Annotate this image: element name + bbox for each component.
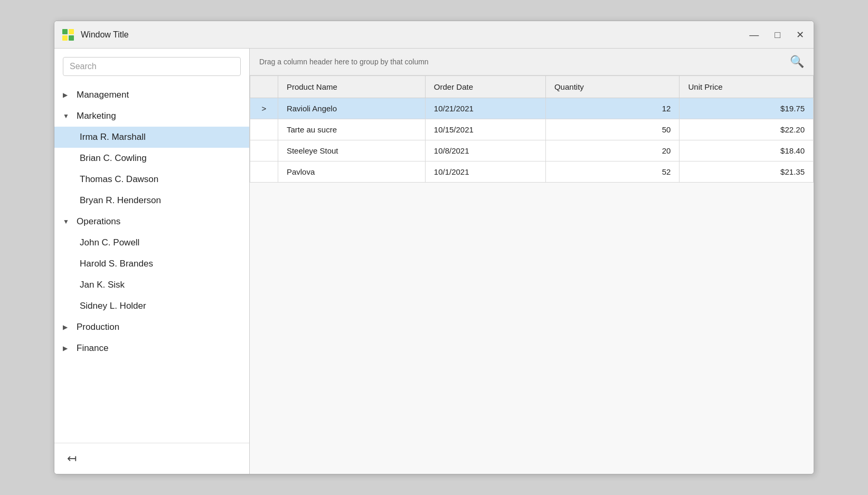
group-label-production: Production [77,322,119,332]
row-expand-icon[interactable] [250,140,278,161]
row-expand-icon[interactable] [250,161,278,183]
svg-rect-0 [62,29,68,34]
arrow-icon: ▼ [63,112,73,120]
table-row[interactable]: Tarte au sucre 10/15/2021 50 $22.20 [250,119,814,140]
arrow-icon: ▶ [63,345,73,352]
col-header-order-date[interactable]: Order Date [425,76,545,98]
main-window: Window Title — □ ✕ ▶ Management ▼ Ma [54,21,814,474]
cell-order-date: 10/21/2021 [425,98,545,119]
arrow-icon: ▶ [63,323,73,331]
cell-quantity: 50 [545,119,680,140]
cell-unit-price: $18.40 [680,140,814,161]
data-grid: Product Name Order Date Quantity Unit Pr… [250,75,814,183]
row-expand-icon[interactable] [250,119,278,140]
cell-unit-price: $22.20 [680,119,814,140]
group-header-bar: Drag a column header here to group by th… [250,49,814,75]
sidebar-item-brian[interactable]: Brian C. Cowling [54,148,249,169]
col-header-product-name[interactable]: Product Name [278,76,425,98]
sidebar-item-irma[interactable]: Irma R. Marshall [54,127,249,148]
sidebar-item-management[interactable]: ▶ Management [54,84,249,106]
sidebar-item-bryan[interactable]: Bryan R. Henderson [54,190,249,211]
sidebar-item-marketing[interactable]: ▼ Marketing [54,106,249,127]
title-bar: Window Title — □ ✕ [54,21,814,49]
cell-product-name: Steeleye Stout [278,140,425,161]
sidebar-item-jan[interactable]: Jan K. Sisk [54,274,249,296]
cell-product-name: Tarte au sucre [278,119,425,140]
svg-rect-1 [69,29,74,34]
cell-order-date: 10/15/2021 [425,119,545,140]
col-header-expand[interactable] [250,76,278,98]
arrow-icon: ▼ [63,218,73,225]
window-title: Window Title [81,30,746,40]
cell-quantity: 52 [545,161,680,183]
cell-order-date: 10/8/2021 [425,140,545,161]
sidebar-item-sidney[interactable]: Sidney L. Holder [54,296,249,317]
col-header-unit-price[interactable]: Unit Price [680,76,814,98]
sidebar-item-operations[interactable]: ▼ Operations [54,211,249,232]
minimize-button[interactable]: — [746,29,762,41]
table-row[interactable]: Pavlova 10/1/2021 52 $21.35 [250,161,814,183]
search-input[interactable] [63,57,241,76]
cell-unit-price: $19.75 [680,98,814,119]
sidebar-item-thomas[interactable]: Thomas C. Dawson [54,169,249,190]
main-content: ▶ Management ▼ Marketing Irma R. Marshal… [54,49,814,474]
cell-quantity: 12 [545,98,680,119]
app-icon [61,27,76,42]
sidebar-footer: ↤ [54,443,249,474]
close-button[interactable]: ✕ [793,29,807,41]
table-row[interactable]: > Ravioli Angelo 10/21/2021 12 $19.75 [250,98,814,119]
right-panel: Drag a column header here to group by th… [250,49,814,474]
sidebar-item-john[interactable]: John C. Powell [54,232,249,253]
sidebar-item-harold[interactable]: Harold S. Brandes [54,253,249,274]
sidebar: ▶ Management ▼ Marketing Irma R. Marshal… [54,49,250,474]
row-expand-icon[interactable]: > [250,98,278,119]
cell-quantity: 20 [545,140,680,161]
search-container [54,49,249,82]
sidebar-item-production[interactable]: ▶ Production [54,317,249,338]
group-label-management: Management [77,90,129,100]
cell-order-date: 10/1/2021 [425,161,545,183]
svg-rect-2 [62,35,68,41]
tree-container: ▶ Management ▼ Marketing Irma R. Marshal… [54,82,249,443]
data-grid-container[interactable]: Product Name Order Date Quantity Unit Pr… [250,75,814,474]
svg-rect-3 [69,35,74,41]
search-icon[interactable]: 🔍 [790,55,804,69]
cell-product-name: Pavlova [278,161,425,183]
collapse-sidebar-button[interactable]: ↤ [63,450,81,468]
grid-header-row: Product Name Order Date Quantity Unit Pr… [250,76,814,98]
group-label-operations: Operations [77,216,120,227]
group-hint-text: Drag a column header here to group by th… [259,58,429,66]
window-controls: — □ ✕ [746,29,807,41]
maximize-button[interactable]: □ [771,29,784,41]
cell-product-name: Ravioli Angelo [278,98,425,119]
sidebar-item-finance[interactable]: ▶ Finance [54,338,249,359]
table-row[interactable]: Steeleye Stout 10/8/2021 20 $18.40 [250,140,814,161]
arrow-icon: ▶ [63,91,73,99]
group-label-marketing: Marketing [77,111,116,121]
group-label-finance: Finance [77,343,108,354]
col-header-quantity[interactable]: Quantity [545,76,680,98]
cell-unit-price: $21.35 [680,161,814,183]
